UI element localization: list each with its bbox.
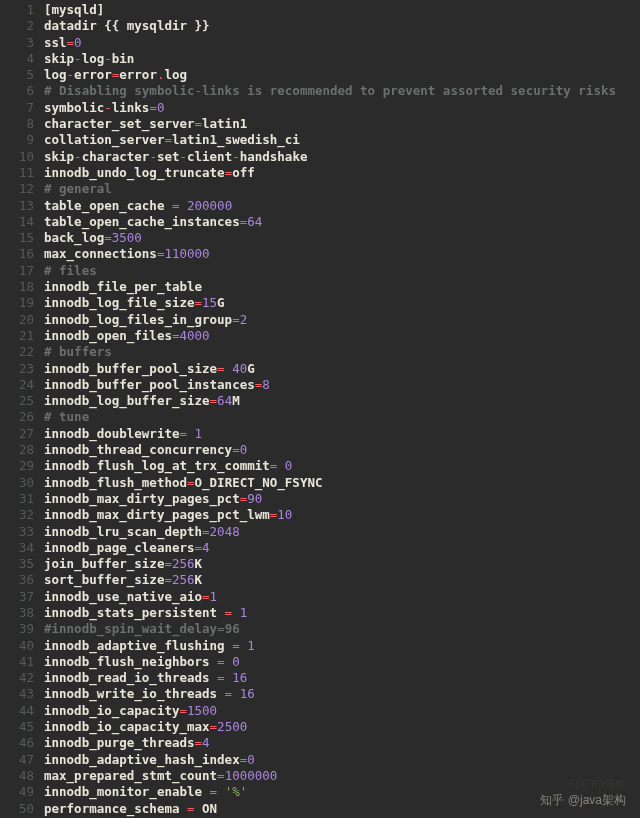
line-number: 49 xyxy=(0,784,34,800)
line-number: 1 xyxy=(0,2,34,18)
code-line: innodb_write_io_threads = 16 xyxy=(44,686,640,702)
line-number: 12 xyxy=(0,181,34,197)
line-number: 26 xyxy=(0,409,34,425)
line-number: 47 xyxy=(0,752,34,768)
line-number: 48 xyxy=(0,768,34,784)
code-line: innodb_log_files_in_group=2 xyxy=(44,312,640,328)
line-number: 10 xyxy=(0,149,34,165)
code-line: #innodb_spin_wait_delay=96 xyxy=(44,621,640,637)
code-line: # general xyxy=(44,181,640,197)
code-line: innodb_file_per_table xyxy=(44,279,640,295)
line-number: 18 xyxy=(0,279,34,295)
code-line: ssl=0 xyxy=(44,35,640,51)
code-line: innodb_adaptive_flushing = 1 xyxy=(44,638,640,654)
code-line: innodb_doublewrite= 1 xyxy=(44,426,640,442)
code-line: innodb_io_capacity=1500 xyxy=(44,703,640,719)
code-line: innodb_use_native_aio=1 xyxy=(44,589,640,605)
line-number: 14 xyxy=(0,214,34,230)
line-number: 15 xyxy=(0,230,34,246)
line-number: 35 xyxy=(0,556,34,572)
line-number: 31 xyxy=(0,491,34,507)
code-line: innodb_open_files=4000 xyxy=(44,328,640,344)
line-number: 2 xyxy=(0,18,34,34)
line-number: 45 xyxy=(0,719,34,735)
code-line: innodb_undo_log_truncate=off xyxy=(44,165,640,181)
line-number: 34 xyxy=(0,540,34,556)
code-line: character_set_server=latin1 xyxy=(44,116,640,132)
code-line: innodb_io_capacity_max=2500 xyxy=(44,719,640,735)
line-number: 25 xyxy=(0,393,34,409)
line-number: 50 xyxy=(0,801,34,817)
line-number: 7 xyxy=(0,100,34,116)
code-line: skip-log-bin xyxy=(44,51,640,67)
line-number: 33 xyxy=(0,524,34,540)
line-number: 24 xyxy=(0,377,34,393)
code-line: innodb_lru_scan_depth=2048 xyxy=(44,524,640,540)
line-number: 43 xyxy=(0,686,34,702)
code-line: max_connections=110000 xyxy=(44,246,640,262)
code-line: skip-character-set-client-handshake xyxy=(44,149,640,165)
code-line: innodb_read_io_threads = 16 xyxy=(44,670,640,686)
line-number: 37 xyxy=(0,589,34,605)
line-number: 5 xyxy=(0,67,34,83)
line-number: 32 xyxy=(0,507,34,523)
code-line: # files xyxy=(44,263,640,279)
line-number: 3 xyxy=(0,35,34,51)
code-line: innodb_stats_persistent = 1 xyxy=(44,605,640,621)
code-line: table_open_cache_instances=64 xyxy=(44,214,640,230)
code-line: # Disabling symbolic-links is recommende… xyxy=(44,83,640,99)
code-line: innodb_flush_method=O_DIRECT_NO_FSYNC xyxy=(44,475,640,491)
code-content[interactable]: [mysqld]datadir {{ mysqldir }}ssl=0skip-… xyxy=(44,2,640,817)
code-line: sort_buffer_size=256K xyxy=(44,572,640,588)
line-number: 40 xyxy=(0,638,34,654)
code-line: symbolic-links=0 xyxy=(44,100,640,116)
code-line: innodb_page_cleaners=4 xyxy=(44,540,640,556)
code-line: log-error=error.log xyxy=(44,67,640,83)
code-line: innodb_max_dirty_pages_pct=90 xyxy=(44,491,640,507)
line-number: 4 xyxy=(0,51,34,67)
line-number: 23 xyxy=(0,361,34,377)
line-number: 19 xyxy=(0,295,34,311)
code-line: [mysqld] xyxy=(44,2,640,18)
line-number: 8 xyxy=(0,116,34,132)
line-number: 27 xyxy=(0,426,34,442)
code-line: innodb_adaptive_hash_index=0 xyxy=(44,752,640,768)
line-number: 17 xyxy=(0,263,34,279)
watermark-primary: 知乎 @java架构 xyxy=(540,792,626,808)
code-line: max_prepared_stmt_count=1000000 xyxy=(44,768,640,784)
line-number: 29 xyxy=(0,458,34,474)
line-number: 30 xyxy=(0,475,34,491)
code-line: innodb_flush_log_at_trx_commit= 0 xyxy=(44,458,640,474)
line-number: 44 xyxy=(0,703,34,719)
code-line: # tune xyxy=(44,409,640,425)
line-number: 39 xyxy=(0,621,34,637)
code-line: back_log=3500 xyxy=(44,230,640,246)
line-number: 16 xyxy=(0,246,34,262)
code-line: collation_server=latin1_swedish_ci xyxy=(44,132,640,148)
code-line: innodb_log_file_size=15G xyxy=(44,295,640,311)
code-line: innodb_log_buffer_size=64M xyxy=(44,393,640,409)
line-number: 41 xyxy=(0,654,34,670)
line-number: 46 xyxy=(0,735,34,751)
code-line: table_open_cache = 200000 xyxy=(44,198,640,214)
line-number: 22 xyxy=(0,344,34,360)
line-number-gutter: 1234567891011121314151617181920212223242… xyxy=(0,2,44,817)
line-number: 13 xyxy=(0,198,34,214)
code-line: innodb_buffer_pool_instances=8 xyxy=(44,377,640,393)
line-number: 9 xyxy=(0,132,34,148)
code-line: innodb_buffer_pool_size= 40G xyxy=(44,361,640,377)
code-line: join_buffer_size=256K xyxy=(44,556,640,572)
line-number: 38 xyxy=(0,605,34,621)
line-number: 28 xyxy=(0,442,34,458)
code-line: datadir {{ mysqldir }} xyxy=(44,18,640,34)
line-number: 20 xyxy=(0,312,34,328)
line-number: 11 xyxy=(0,165,34,181)
code-editor: 1234567891011121314151617181920212223242… xyxy=(0,0,640,817)
code-line: innodb_max_dirty_pages_pct_lwm=10 xyxy=(44,507,640,523)
line-number: 21 xyxy=(0,328,34,344)
line-number: 6 xyxy=(0,83,34,99)
code-line: innodb_thread_concurrency=0 xyxy=(44,442,640,458)
code-line: # buffers xyxy=(44,344,640,360)
watermark-secondary: 51CTO博客 xyxy=(569,776,626,792)
code-line: innodb_flush_neighbors = 0 xyxy=(44,654,640,670)
